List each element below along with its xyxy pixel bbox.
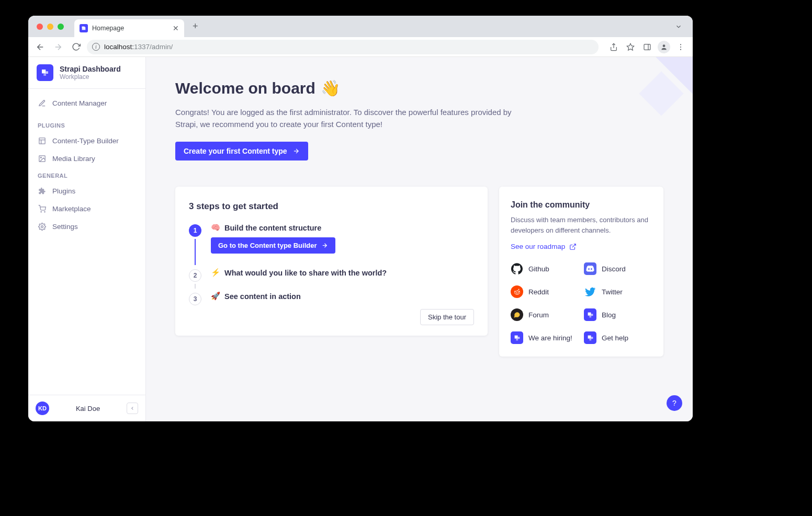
community-link-label: Blog (602, 311, 616, 319)
main-content: Welcome on board 👋 Congrats! You are log… (146, 57, 693, 421)
nav-item-label: Content Manager (52, 99, 107, 107)
window-controls (37, 24, 64, 30)
brand-block: Strapi Dashboard Workplace (28, 57, 145, 89)
zap-emoji-icon: ⚡ (211, 268, 220, 277)
image-icon (38, 154, 46, 163)
svg-point-24 (515, 292, 516, 293)
maximize-window-icon[interactable] (58, 24, 64, 30)
community-link-reddit[interactable]: Reddit (511, 285, 579, 298)
app-container: Strapi Dashboard Workplace Content Manag… (28, 57, 693, 421)
close-tab-icon[interactable]: ✕ (173, 24, 179, 32)
step-heading: ⚡ What would you like to share with the … (211, 268, 474, 277)
step-connector (195, 284, 196, 289)
bookmark-icon[interactable] (624, 40, 637, 54)
nav-plugins[interactable]: Plugins (28, 182, 145, 200)
brain-emoji-icon: 🧠 (211, 223, 220, 232)
community-link-twitter[interactable]: Twitter (584, 285, 652, 298)
welcome-title-text: Welcome on board (175, 79, 315, 97)
community-link-discord[interactable]: Discord (584, 262, 652, 275)
svg-rect-11 (46, 71, 48, 74)
step-2: 2 ⚡ What would you like to share with th… (189, 268, 474, 292)
svg-rect-34 (514, 335, 517, 338)
share-icon[interactable] (607, 40, 621, 54)
svg-point-8 (680, 46, 681, 47)
step-label: See content in action (224, 292, 301, 301)
svg-rect-4 (644, 44, 650, 50)
community-link-github[interactable]: Github (511, 262, 579, 275)
user-avatar[interactable]: KD (36, 402, 49, 415)
svg-point-25 (517, 292, 518, 293)
community-link-strapi[interactable]: Blog (584, 308, 652, 321)
profile-icon[interactable] (657, 40, 671, 54)
browser-tab[interactable]: Homepage ✕ (74, 19, 184, 37)
svg-rect-37 (588, 335, 591, 338)
community-link-label: Reddit (528, 288, 549, 296)
nav-settings[interactable]: Settings (28, 217, 145, 235)
welcome-subtitle: Congrats! You are logged as the first ad… (175, 107, 515, 130)
nav-item-label: Content-Type Builder (52, 137, 119, 145)
nav-item-label: Plugins (52, 187, 75, 195)
arrow-right-icon (321, 242, 328, 249)
minimize-window-icon[interactable] (47, 24, 53, 30)
strapi-icon (584, 331, 596, 344)
discord-icon (584, 262, 596, 275)
nav-content-manager[interactable]: Content Manager (28, 94, 145, 112)
app-subtitle: Workplace (60, 73, 121, 81)
reload-button[interactable] (69, 40, 83, 54)
nav-section-general: GENERAL (28, 167, 145, 182)
step-3: 3 🚀 See content in action (189, 292, 474, 306)
address-bar[interactable]: i localhost:1337/admin/ (87, 40, 599, 54)
step-badge: 2 (189, 269, 201, 282)
browser-toolbar: i localhost:1337/admin/ (28, 37, 693, 57)
collapse-sidebar-button[interactable] (127, 403, 138, 414)
svg-rect-36 (516, 338, 518, 340)
sidebar: Strapi Dashboard Workplace Content Manag… (28, 57, 146, 421)
go-to-builder-button[interactable]: Go to the Content type Builder (211, 237, 335, 254)
panel-icon[interactable] (640, 40, 654, 54)
back-button[interactable] (33, 40, 47, 54)
community-link-label: We are hiring! (528, 334, 572, 342)
skip-tour-button[interactable]: Skip the tour (420, 309, 474, 325)
forward-button[interactable] (51, 40, 65, 54)
svg-rect-12 (43, 73, 46, 76)
layout-icon (38, 136, 46, 145)
nav-content-type-builder[interactable]: Content-Type Builder (28, 132, 145, 150)
community-subtitle: Discuss with team members, contributors … (511, 215, 652, 235)
nav-item-label: Media Library (52, 155, 95, 163)
community-title: Join the community (511, 200, 652, 210)
user-name: Kai Doe (54, 405, 121, 412)
community-card: Join the community Discuss with team mem… (499, 187, 663, 357)
community-link-strapi[interactable]: We are hiring! (511, 331, 579, 344)
close-window-icon[interactable] (37, 24, 43, 30)
create-content-type-button[interactable]: Create your first Content type (175, 142, 308, 160)
strapi-icon (584, 308, 596, 321)
svg-marker-3 (627, 43, 634, 50)
help-button[interactable]: ? (667, 395, 682, 411)
site-info-icon[interactable]: i (92, 43, 100, 51)
welcome-title: Welcome on board 👋 (175, 79, 663, 97)
svg-rect-39 (589, 338, 591, 340)
svg-point-7 (680, 44, 681, 45)
menu-icon[interactable] (674, 40, 687, 54)
steps-card: 3 steps to get started 1 🧠 Build the con… (175, 187, 488, 336)
step-heading: 🧠 Build the content structure (211, 223, 474, 232)
community-link-forum[interactable]: Forum (511, 308, 579, 321)
nav-media-library[interactable]: Media Library (28, 150, 145, 167)
step-badge: 1 (189, 224, 201, 237)
svg-rect-10 (42, 70, 46, 73)
cart-icon (38, 204, 46, 213)
svg-point-6 (663, 44, 666, 47)
gear-icon (38, 222, 46, 231)
github-icon (511, 262, 523, 275)
nav-block-top: Content Manager (28, 89, 145, 117)
roadmap-link[interactable]: See our roadmap (511, 243, 577, 250)
nav-marketplace[interactable]: Marketplace (28, 200, 145, 217)
svg-point-18 (41, 211, 41, 212)
svg-line-30 (517, 289, 518, 291)
twitter-icon (584, 285, 596, 298)
community-link-strapi[interactable]: Get help (584, 331, 652, 344)
new-tab-button[interactable]: + (189, 19, 201, 34)
tabbar-dropdown-icon[interactable] (671, 21, 686, 32)
roadmap-label: See our roadmap (511, 243, 565, 250)
svg-point-20 (41, 225, 43, 227)
